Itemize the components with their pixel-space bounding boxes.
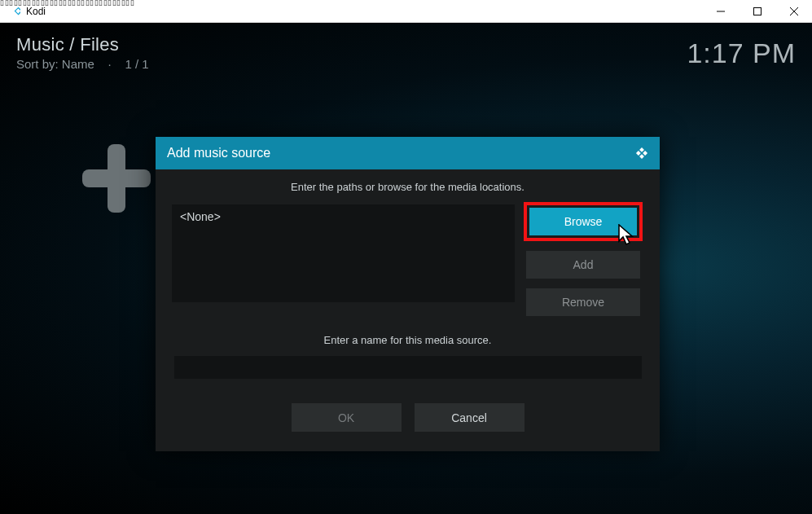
titlebar-ghost-text: ▯▯▯▯▯▯▯▯▯▯▯▯▯▯▯▯▯▯▯▯▯▯▯▯▯▯▯▯▯▯ xyxy=(0,0,134,6)
ok-button[interactable]: OK xyxy=(292,403,402,432)
page-counter: 1 / 1 xyxy=(125,57,148,71)
name-instruction: Enter a name for this media source. xyxy=(172,334,643,346)
browse-button[interactable]: Browse xyxy=(529,208,637,235)
path-row: <None> Browse Add Remove xyxy=(172,204,643,316)
minimize-button[interactable] xyxy=(702,0,739,23)
cancel-button[interactable]: Cancel xyxy=(415,403,525,432)
dialog-footer: OK Cancel xyxy=(172,403,643,432)
app-header: Music / Files Sort by: Name · 1 / 1 xyxy=(16,34,149,71)
dialog-body: Enter the paths or browse for the media … xyxy=(156,169,660,451)
close-button[interactable] xyxy=(775,0,812,23)
path-item[interactable]: <None> xyxy=(172,204,515,229)
clock: 1:17 PM xyxy=(687,37,796,69)
maximize-button[interactable] xyxy=(739,0,775,23)
dialog-header: Add music source xyxy=(156,137,660,169)
svg-rect-10 xyxy=(643,151,647,156)
add-source-plus-icon[interactable] xyxy=(78,140,155,217)
source-name-input[interactable] xyxy=(174,356,642,379)
sort-label[interactable]: Sort by: Name xyxy=(16,57,94,71)
breadcrumb: Music / Files xyxy=(16,34,149,55)
instruction-text: Enter the paths or browse for the media … xyxy=(172,181,643,193)
add-music-source-dialog: Add music source Enter the paths or brow… xyxy=(156,137,660,451)
path-list[interactable]: <None> xyxy=(172,204,515,302)
sort-separator: · xyxy=(108,57,112,71)
kodi-header-icon xyxy=(634,145,650,161)
svg-rect-12 xyxy=(639,154,644,159)
dialog-title: Add music source xyxy=(167,146,270,160)
svg-rect-4 xyxy=(753,8,761,15)
svg-rect-11 xyxy=(636,151,641,156)
add-button[interactable]: Add xyxy=(526,251,640,279)
side-buttons: Browse Add Remove xyxy=(526,204,640,316)
window-title: Kodi xyxy=(26,6,46,17)
svg-rect-8 xyxy=(82,169,151,187)
window-titlebar: ▯▯▯▯▯▯▯▯▯▯▯▯▯▯▯▯▯▯▯▯▯▯▯▯▯▯▯▯▯▯ Kodi xyxy=(0,0,812,23)
app-content: Music / Files Sort by: Name · 1 / 1 1:17… xyxy=(0,23,812,514)
remove-button[interactable]: Remove xyxy=(526,288,640,316)
browse-highlight-border: Browse xyxy=(524,202,643,241)
window-controls xyxy=(702,0,812,23)
svg-rect-9 xyxy=(639,147,644,152)
sort-line: Sort by: Name · 1 / 1 xyxy=(16,57,149,71)
